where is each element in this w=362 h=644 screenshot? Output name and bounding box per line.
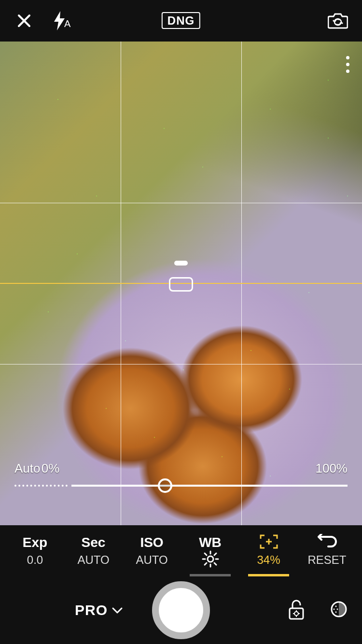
- level-indicator: [174, 261, 188, 266]
- focus-slider[interactable]: [14, 485, 348, 487]
- shutter-button[interactable]: [152, 581, 210, 639]
- flash-toggle[interactable]: A: [53, 11, 70, 30]
- slider-auto-zone: [14, 485, 68, 487]
- svg-point-19: [334, 609, 335, 610]
- param-value: 0.0: [27, 553, 43, 567]
- sun-icon: [202, 550, 219, 568]
- param-label: WB: [199, 535, 222, 550]
- param-focus[interactable]: . 34%: [239, 525, 298, 576]
- param-exposure[interactable]: Exp 0.0: [6, 525, 64, 576]
- param-shutter-speed[interactable]: Sec AUTO: [64, 525, 123, 576]
- svg-point-0: [208, 556, 213, 562]
- slider-labels: Auto 0% 100%: [14, 461, 348, 476]
- file-format-badge[interactable]: DNG: [162, 14, 200, 28]
- param-value: AUTO: [136, 553, 167, 567]
- level-box: [169, 277, 193, 292]
- lock-open-gear-icon: [287, 599, 306, 620]
- kebab-dot: [346, 63, 349, 66]
- settings-lock-button[interactable]: [287, 599, 306, 622]
- focus-slider-row: Auto 0% 100%: [14, 461, 348, 487]
- switch-camera-icon: [328, 13, 348, 29]
- viewfinder[interactable]: Auto 0% 100%: [0, 42, 362, 525]
- grid-line: [0, 364, 362, 364]
- svg-point-12: [294, 612, 298, 616]
- close-icon: [17, 14, 31, 28]
- slider-thumb[interactable]: [158, 478, 172, 493]
- svg-line-7: [214, 553, 216, 555]
- overlay-toggle-button[interactable]: [330, 601, 348, 620]
- svg-rect-11: [290, 608, 303, 619]
- svg-point-18: [335, 606, 337, 607]
- slider-auto-label: Auto: [14, 461, 41, 476]
- param-value: AUTO: [77, 553, 109, 567]
- grid-line: [0, 203, 362, 203]
- chevron-down-icon: [111, 606, 123, 614]
- svg-line-6: [214, 563, 216, 565]
- param-label: Exp: [23, 535, 47, 550]
- param-value: 34%: [257, 553, 280, 567]
- switch-camera-button[interactable]: [327, 10, 348, 31]
- kebab-dot: [346, 56, 349, 59]
- param-iso[interactable]: ISO AUTO: [123, 525, 181, 576]
- svg-point-20: [335, 612, 337, 613]
- svg-point-21: [337, 609, 338, 610]
- bottom-bar: PRO: [0, 576, 362, 644]
- svg-line-5: [205, 553, 207, 555]
- param-label: ISO: [140, 535, 163, 550]
- slider-max-label: 100%: [315, 461, 348, 476]
- slider-track: [71, 485, 348, 487]
- parameter-bar: Exp 0.0 Sec AUTO ISO AUTO WB . . 34% . R…: [0, 525, 362, 576]
- mode-selector[interactable]: PRO: [75, 602, 123, 618]
- format-label: DNG: [162, 12, 200, 29]
- kebab-dot: [346, 70, 349, 73]
- close-button[interactable]: [14, 10, 35, 31]
- param-label: Sec: [82, 535, 106, 550]
- half-circle-icon: [330, 601, 348, 618]
- param-label: RESET: [307, 553, 346, 567]
- top-toolbar: A DNG: [0, 0, 362, 42]
- slider-min-label: 0%: [42, 461, 60, 476]
- mode-label: PRO: [75, 602, 108, 618]
- svg-line-8: [205, 563, 207, 565]
- viewfinder-menu-button[interactable]: [346, 56, 349, 73]
- flash-mode-label: A: [64, 18, 70, 29]
- param-reset[interactable]: . RESET: [298, 525, 356, 576]
- param-white-balance[interactable]: WB .: [181, 525, 239, 576]
